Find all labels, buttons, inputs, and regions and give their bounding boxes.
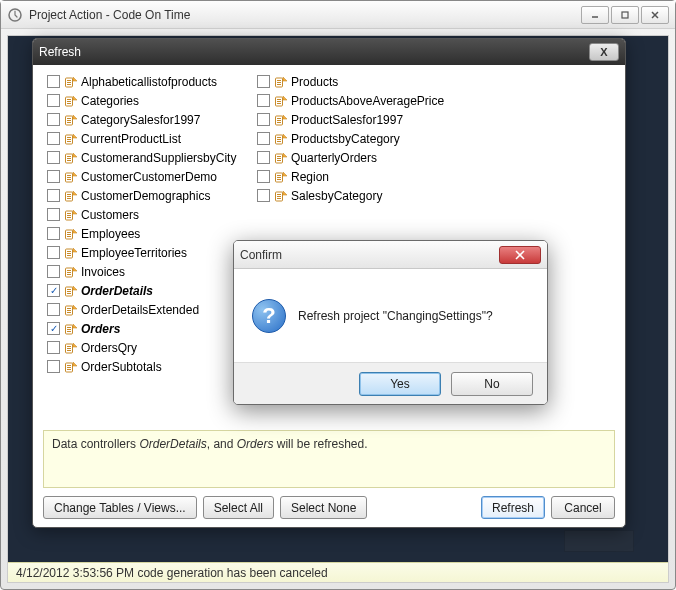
checkbox[interactable] xyxy=(47,360,60,373)
controller-icon xyxy=(63,93,78,108)
checkbox[interactable] xyxy=(47,75,60,88)
controller-label: CustomerandSuppliersbyCity xyxy=(81,151,236,165)
controller-icon xyxy=(63,226,78,241)
controller-item[interactable]: SalesbyCategory xyxy=(257,187,457,204)
controller-icon xyxy=(63,340,78,355)
checkbox[interactable]: ✓ xyxy=(47,322,60,335)
controller-item[interactable]: ProductsbyCategory xyxy=(257,130,457,147)
controller-label: Categories xyxy=(81,94,139,108)
checkbox[interactable] xyxy=(47,94,60,107)
checkbox[interactable] xyxy=(47,113,60,126)
checkbox[interactable] xyxy=(257,113,270,126)
controller-item[interactable]: ✓OrderDetails xyxy=(47,282,247,299)
maximize-button[interactable] xyxy=(611,6,639,24)
svg-rect-2 xyxy=(622,12,628,18)
info-bold1: OrderDetails xyxy=(139,437,206,451)
app-body: Refresh X AlphabeticallistofproductsCate… xyxy=(7,35,669,583)
controller-item[interactable]: Region xyxy=(257,168,457,185)
cancel-button[interactable]: Cancel xyxy=(551,496,615,519)
controller-label: Customers xyxy=(81,208,139,222)
checkbox[interactable] xyxy=(47,208,60,221)
controller-icon xyxy=(273,131,288,146)
controller-item[interactable]: QuarterlyOrders xyxy=(257,149,457,166)
checkbox[interactable] xyxy=(257,75,270,88)
controller-item[interactable]: CustomerandSuppliersbyCity xyxy=(47,149,247,166)
controller-icon xyxy=(63,283,78,298)
checkbox[interactable] xyxy=(47,341,60,354)
checkbox[interactable] xyxy=(47,189,60,202)
controller-icon xyxy=(273,74,288,89)
controller-item[interactable]: OrderSubtotals xyxy=(47,358,247,375)
info-mid: , and xyxy=(207,437,237,451)
controller-item[interactable]: Products xyxy=(257,73,457,90)
controller-icon xyxy=(273,169,288,184)
controller-label: CurrentProductList xyxy=(81,132,181,146)
confirm-dialog: Confirm ? Refresh project "ChangingSetti… xyxy=(233,240,548,405)
controller-item[interactable]: EmployeeTerritories xyxy=(47,244,247,261)
checkbox[interactable] xyxy=(47,246,60,259)
controller-icon xyxy=(273,150,288,165)
close-button[interactable] xyxy=(641,6,669,24)
no-button[interactable]: No xyxy=(451,372,533,396)
checkbox[interactable] xyxy=(257,151,270,164)
checkbox[interactable] xyxy=(47,170,60,183)
minimize-button[interactable] xyxy=(581,6,609,24)
controller-item[interactable]: CurrentProductList xyxy=(47,130,247,147)
checkbox[interactable] xyxy=(47,132,60,145)
controller-item[interactable]: Employees xyxy=(47,225,247,242)
info-bold2: Orders xyxy=(237,437,274,451)
status-bar: 4/12/2012 3:53:56 PM code generation has… xyxy=(8,562,668,582)
controller-label: Invoices xyxy=(81,265,125,279)
confirm-message: Refresh project "ChangingSettings"? xyxy=(298,309,493,323)
controller-item[interactable]: Invoices xyxy=(47,263,247,280)
controller-label: OrderDetails xyxy=(81,284,153,298)
select-none-button[interactable]: Select None xyxy=(280,496,367,519)
controller-item[interactable]: ProductSalesfor1997 xyxy=(257,111,457,128)
controller-item[interactable]: CategorySalesfor1997 xyxy=(47,111,247,128)
controller-label: ProductsbyCategory xyxy=(291,132,400,146)
controller-item[interactable]: OrdersQry xyxy=(47,339,247,356)
controller-label: CustomerDemographics xyxy=(81,189,210,203)
question-icon: ? xyxy=(252,299,286,333)
controller-label: QuarterlyOrders xyxy=(291,151,377,165)
refresh-close-button[interactable]: X xyxy=(589,43,619,61)
controller-item[interactable]: Categories xyxy=(47,92,247,109)
controller-item[interactable]: Alphabeticallistofproducts xyxy=(47,73,247,90)
confirm-close-button[interactable] xyxy=(499,246,541,264)
controller-item[interactable]: CustomerDemographics xyxy=(47,187,247,204)
refresh-button[interactable]: Refresh xyxy=(481,496,545,519)
controller-icon xyxy=(63,207,78,222)
controller-item[interactable]: OrderDetailsExtended xyxy=(47,301,247,318)
select-all-button[interactable]: Select All xyxy=(203,496,274,519)
checkbox[interactable] xyxy=(257,189,270,202)
change-tables-button[interactable]: Change Tables / Views... xyxy=(43,496,197,519)
controller-item[interactable]: ✓Orders xyxy=(47,320,247,337)
info-box: Data controllers OrderDetails, and Order… xyxy=(43,430,615,488)
checkbox[interactable] xyxy=(257,170,270,183)
controller-label: ProductsAboveAveragePrice xyxy=(291,94,444,108)
controller-item[interactable]: CustomerCustomerDemo xyxy=(47,168,247,185)
checkbox[interactable] xyxy=(47,265,60,278)
controller-item[interactable]: ProductsAboveAveragePrice xyxy=(257,92,457,109)
checkbox[interactable] xyxy=(47,151,60,164)
controller-label: Region xyxy=(291,170,329,184)
checkbox[interactable]: ✓ xyxy=(47,284,60,297)
checkbox[interactable] xyxy=(257,132,270,145)
controller-label: OrderDetailsExtended xyxy=(81,303,199,317)
controller-icon xyxy=(63,112,78,127)
app-titlebar: Project Action - Code On Time xyxy=(1,1,675,29)
controller-icon xyxy=(63,321,78,336)
checkbox[interactable] xyxy=(47,227,60,240)
window-controls xyxy=(581,6,669,24)
yes-button[interactable]: Yes xyxy=(359,372,441,396)
controller-item[interactable]: Customers xyxy=(47,206,247,223)
confirm-title: Confirm xyxy=(240,248,282,262)
checkbox[interactable] xyxy=(257,94,270,107)
refresh-title: Refresh xyxy=(39,45,81,59)
app-window: Project Action - Code On Time Refresh X … xyxy=(0,0,676,590)
refresh-titlebar: Refresh X xyxy=(33,39,625,65)
checkbox[interactable] xyxy=(47,303,60,316)
controller-icon xyxy=(63,264,78,279)
controller-icon xyxy=(63,169,78,184)
controller-icon xyxy=(63,302,78,317)
